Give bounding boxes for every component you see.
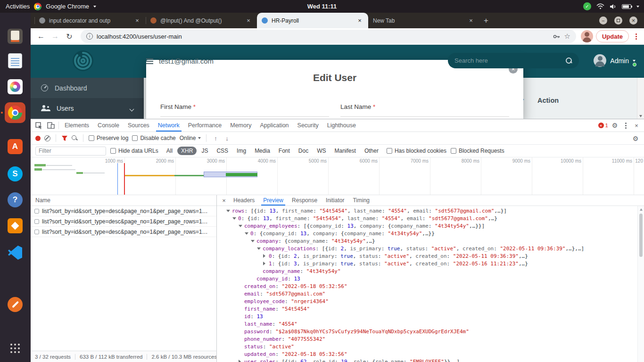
scrollbar-thumb[interactable] bbox=[639, 214, 643, 257]
json-tree-line[interactable]: user_roles: [{id: 62, role_id: 19, role:… bbox=[217, 358, 637, 362]
app-logo-icon[interactable] bbox=[72, 50, 94, 72]
details-tab-headers[interactable]: Headers bbox=[229, 195, 259, 206]
last-name-input[interactable] bbox=[340, 116, 509, 117]
collapse-arrow-icon[interactable] bbox=[239, 222, 244, 230]
json-tree-line[interactable]: employee_code: "nrgeri4364" bbox=[217, 298, 637, 305]
dock-icon-vscode[interactable] bbox=[4, 241, 26, 264]
error-badge[interactable]: 1 bbox=[598, 123, 608, 128]
browser-tab[interactable]: @Input() And @Output() bbox=[146, 13, 257, 28]
tab-close-icon[interactable] bbox=[356, 17, 363, 24]
forward-button[interactable] bbox=[49, 30, 62, 43]
filter-type-css[interactable]: CSS bbox=[213, 147, 232, 155]
json-tree-line[interactable]: rows: [{id: 13, first_name: "54t5454", l… bbox=[217, 207, 637, 215]
request-checkbox[interactable] bbox=[34, 209, 39, 214]
blocked-requests-checkbox[interactable]: Blocked Requests bbox=[451, 148, 504, 154]
json-tree-line[interactable]: company_name: "4t34ty54y" bbox=[217, 268, 637, 275]
devtools-tab-application[interactable]: Application bbox=[256, 119, 293, 132]
json-tree-line[interactable]: created_on: "2022-05-18 05:32:56" bbox=[217, 283, 637, 290]
expand-arrow-icon[interactable] bbox=[263, 253, 269, 260]
json-tree-line[interactable]: id: 13 bbox=[217, 313, 637, 321]
window-minimize-button[interactable] bbox=[599, 16, 607, 25]
throttling-dropdown[interactable]: Online bbox=[180, 135, 201, 141]
filter-type-img[interactable]: Img bbox=[233, 147, 250, 155]
browser-tab[interactable]: HR-Payroll bbox=[257, 13, 368, 28]
filter-funnel-icon[interactable] bbox=[61, 135, 68, 141]
filter-type-js[interactable]: JS bbox=[198, 147, 212, 155]
url-text[interactable]: localhost:4200/users/user-main bbox=[97, 33, 182, 40]
details-tab-preview[interactable]: Preview bbox=[259, 195, 288, 206]
dock-icon-text-editor[interactable] bbox=[4, 49, 26, 72]
details-scrollbar[interactable] bbox=[637, 206, 644, 362]
window-maximize-button[interactable] bbox=[614, 16, 622, 25]
browser-tab[interactable]: input decorator and outp bbox=[34, 13, 146, 28]
request-list-header[interactable]: Name bbox=[31, 195, 216, 206]
network-settings-icon[interactable] bbox=[631, 135, 640, 142]
collapse-arrow-icon[interactable] bbox=[257, 245, 263, 253]
filter-type-all[interactable]: All bbox=[163, 147, 176, 155]
collapse-arrow-icon[interactable] bbox=[226, 207, 232, 215]
devtools-tab-elements[interactable]: Elements bbox=[60, 119, 93, 132]
checkbox-icon[interactable] bbox=[110, 148, 116, 154]
bookmark-star-icon[interactable] bbox=[564, 32, 570, 41]
reload-button[interactable] bbox=[63, 30, 76, 43]
dock-icon-files[interactable] bbox=[4, 25, 26, 48]
tab-close-icon[interactable] bbox=[245, 17, 252, 24]
clear-network-log-icon[interactable] bbox=[44, 135, 50, 141]
tab-close-icon[interactable] bbox=[467, 17, 475, 24]
request-row[interactable]: list?sort_by=id&sort_type=desc&page_no=1… bbox=[31, 216, 216, 227]
devtools-tab-sources[interactable]: Sources bbox=[124, 119, 154, 132]
expand-arrow-icon[interactable] bbox=[239, 358, 244, 362]
json-tree-line[interactable]: phone_number: "4077555342" bbox=[217, 336, 637, 343]
devtools-tab-network[interactable]: Network bbox=[154, 119, 184, 132]
json-tree-line[interactable]: 0: {id: 2, is_primary: true, status: "ac… bbox=[217, 253, 637, 260]
json-tree-line[interactable]: 0: {id: 13, first_name: "54t5454", last_… bbox=[217, 215, 637, 222]
search-icon[interactable] bbox=[566, 58, 572, 64]
details-tab-timing[interactable]: Timing bbox=[348, 195, 374, 206]
devtools-tab-memory[interactable]: Memory bbox=[226, 119, 256, 132]
profile-avatar[interactable] bbox=[581, 30, 593, 42]
dock-icon-drawio[interactable] bbox=[4, 214, 26, 237]
import-har-icon[interactable] bbox=[212, 135, 219, 142]
devtools-close-icon[interactable] bbox=[632, 122, 641, 129]
dock-icon-chrome[interactable] bbox=[4, 101, 26, 124]
dock-icon-ubuntu-software[interactable]: A bbox=[4, 135, 26, 158]
json-tree-line[interactable]: company_locations: [{id: 2, is_primary: … bbox=[217, 245, 637, 253]
json-tree-line[interactable]: company: {company_name: "4t34ty54y",…} bbox=[217, 238, 637, 245]
password-key-icon[interactable] bbox=[553, 33, 560, 40]
disable-cache-checkbox[interactable]: Disable cache bbox=[132, 135, 175, 141]
filter-type-media[interactable]: Media bbox=[251, 147, 274, 155]
json-tree-line[interactable]: email: "sdt5677@gmail.com" bbox=[217, 290, 637, 298]
json-tree-line[interactable]: first_name: "54t5454" bbox=[217, 305, 637, 313]
network-overview[interactable]: 1000 ms2000 ms3000 ms4000 ms5000 ms6000 … bbox=[31, 157, 644, 195]
collapse-arrow-icon[interactable] bbox=[232, 215, 238, 222]
devtools-tab-console[interactable]: Console bbox=[93, 119, 124, 132]
json-tree-line[interactable]: company_employees: [{company_id: 13, com… bbox=[217, 222, 637, 230]
json-tree-line[interactable]: 0: {company_id: 13, company: {company_na… bbox=[217, 230, 637, 238]
dock-icon-pen[interactable] bbox=[4, 293, 26, 316]
page-scrollbar[interactable] bbox=[637, 78, 644, 119]
filter-type-manifest[interactable]: Manifest bbox=[331, 147, 360, 155]
update-button[interactable]: Update bbox=[596, 30, 629, 42]
status-check-icon[interactable] bbox=[583, 2, 591, 10]
address-bar[interactable]: localhost:4200/users/user-main bbox=[81, 30, 576, 43]
json-tree-line[interactable]: company_id: 13 bbox=[217, 275, 637, 283]
has-blocked-cookies-checkbox[interactable]: Has blocked cookies bbox=[387, 148, 446, 154]
network-filter-input[interactable]: Filter bbox=[35, 147, 106, 156]
browser-menu-icon[interactable] bbox=[632, 30, 640, 42]
details-tab-initiator[interactable]: Initiator bbox=[322, 195, 348, 206]
search-input[interactable]: Search here bbox=[448, 53, 579, 68]
collapse-arrow-icon[interactable] bbox=[251, 238, 256, 245]
browser-tab[interactable]: New Tab bbox=[368, 13, 479, 28]
menu-toggle-icon[interactable] bbox=[146, 58, 153, 64]
checkbox-icon[interactable] bbox=[451, 148, 456, 154]
sidebar-item-dashboard[interactable]: Dashboard bbox=[31, 78, 144, 98]
checkbox-icon[interactable] bbox=[89, 135, 94, 141]
request-checkbox[interactable] bbox=[34, 230, 39, 234]
dock-icon-help[interactable]: ? bbox=[4, 189, 26, 211]
device-toolbar-icon[interactable] bbox=[45, 119, 57, 132]
request-row[interactable]: list?sort_by=id&sort_type=desc&page_no=1… bbox=[31, 206, 216, 216]
json-tree-line[interactable]: password: "$2a$08$7Nkq0hYCs7SvCufyz994Ne… bbox=[217, 328, 637, 336]
details-tab-response[interactable]: Response bbox=[288, 195, 322, 206]
system-menu-caret-icon[interactable] bbox=[636, 6, 639, 8]
scroll-up-icon[interactable] bbox=[640, 208, 643, 211]
